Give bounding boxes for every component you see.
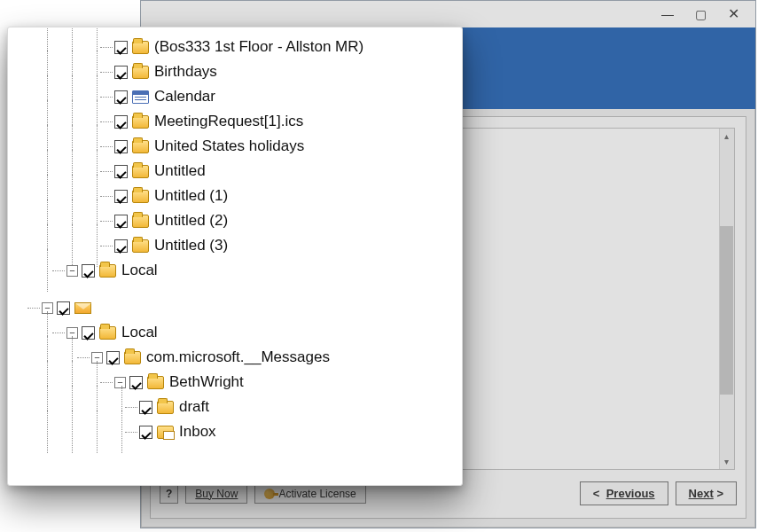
prev-symbol: < bbox=[593, 487, 600, 500]
tree-checkbox[interactable] bbox=[114, 239, 128, 253]
folder-icon bbox=[157, 401, 174, 414]
tree-item-label: Inbox bbox=[179, 423, 216, 441]
tree-row[interactable]: − bbox=[8, 295, 462, 320]
preview-pane: ▴ ▾ bbox=[462, 128, 735, 470]
tree-item-label: Untitled (3) bbox=[154, 237, 228, 254]
tree-item-label: BethWright bbox=[169, 373, 244, 391]
next-symbol: > bbox=[716, 487, 723, 500]
inbox-icon bbox=[157, 426, 174, 439]
preview-scrollbar[interactable]: ▴ ▾ bbox=[719, 129, 734, 469]
tree-row[interactable]: −com.microsoft.__Messages bbox=[8, 345, 462, 370]
tree-row[interactable]: Untitled (2) bbox=[8, 208, 462, 233]
tree-row[interactable]: Untitled (3) bbox=[8, 233, 462, 258]
tree-checkbox[interactable] bbox=[129, 376, 143, 389]
calendar-icon bbox=[132, 90, 149, 104]
tree-row[interactable]: draft bbox=[8, 395, 462, 419]
tree-checkbox[interactable] bbox=[114, 190, 128, 203]
tree-row[interactable]: −Local bbox=[8, 320, 462, 345]
tree-checkbox[interactable] bbox=[57, 301, 70, 315]
tree-row[interactable]: Birthdays bbox=[8, 59, 462, 84]
minimize-icon[interactable]: — bbox=[661, 8, 674, 20]
scroll-thumb[interactable] bbox=[720, 226, 733, 395]
tree-item-label: Untitled bbox=[154, 162, 206, 180]
tree-item-label: MeetingRequest[1].ics bbox=[154, 113, 303, 130]
next-label: Next bbox=[689, 487, 714, 500]
tree-checkbox[interactable] bbox=[139, 401, 152, 414]
tree-item-label: Local bbox=[121, 262, 158, 279]
folder-icon bbox=[132, 41, 149, 54]
tree-row[interactable]: −BethWright bbox=[8, 370, 462, 395]
buy-now-button[interactable]: Buy Now bbox=[185, 484, 247, 504]
tree-checkbox[interactable] bbox=[106, 351, 120, 364]
tree-row[interactable]: Untitled (1) bbox=[8, 184, 462, 208]
tree-checkbox[interactable] bbox=[82, 264, 95, 278]
folder-icon bbox=[132, 140, 149, 153]
tree-item-label: United States holidays bbox=[154, 137, 304, 155]
tree-row[interactable]: Inbox bbox=[8, 419, 462, 444]
help-label: ? bbox=[166, 488, 172, 500]
tree-checkbox[interactable] bbox=[114, 165, 128, 178]
tree-item-label: com.microsoft.__Messages bbox=[146, 348, 330, 366]
activate-license-label: Activate License bbox=[278, 488, 356, 500]
tree-checkbox[interactable] bbox=[114, 66, 128, 79]
mail-account-icon bbox=[74, 302, 91, 314]
help-button[interactable]: ? bbox=[160, 484, 178, 504]
folder-icon bbox=[132, 115, 149, 129]
folder-icon bbox=[132, 215, 149, 228]
folder-icon bbox=[99, 264, 116, 278]
tree-row[interactable]: United States holidays bbox=[8, 134, 462, 159]
folder-icon bbox=[147, 376, 164, 389]
tree-checkbox[interactable] bbox=[114, 140, 128, 153]
tree-checkbox[interactable] bbox=[114, 215, 128, 228]
maximize-icon[interactable]: ▢ bbox=[695, 8, 707, 20]
tree-row[interactable]: (Bos333 1st Floor - Allston MR) bbox=[8, 35, 462, 59]
close-icon[interactable]: ✕ bbox=[728, 7, 739, 21]
previous-label: Previous bbox=[606, 487, 655, 500]
tree-item-label: Birthdays bbox=[154, 63, 217, 81]
tree-item-label: draft bbox=[179, 398, 209, 416]
folder-icon bbox=[124, 351, 141, 364]
tree-item-label: (Bos333 1st Floor - Allston MR) bbox=[154, 38, 363, 56]
scroll-down-icon[interactable]: ▾ bbox=[720, 455, 733, 468]
tree-row[interactable]: MeetingRequest[1].ics bbox=[8, 109, 462, 134]
collapse-icon[interactable]: − bbox=[66, 265, 78, 277]
folder-icon bbox=[99, 326, 116, 340]
folder-icon bbox=[132, 239, 149, 253]
buy-now-label: Buy Now bbox=[195, 488, 238, 500]
tree-item-label: Calendar bbox=[154, 88, 215, 106]
previous-button[interactable]: < Previous bbox=[580, 481, 668, 505]
tree-row[interactable]: −Local bbox=[8, 258, 462, 283]
tree-row[interactable] bbox=[8, 283, 462, 295]
scroll-up-icon[interactable]: ▴ bbox=[720, 129, 733, 143]
key-icon bbox=[264, 489, 275, 499]
tree-item-label: Untitled (2) bbox=[154, 212, 228, 230]
folder-icon bbox=[132, 190, 149, 203]
tree-checkbox[interactable] bbox=[82, 326, 95, 340]
tree-item-label: Untitled (1) bbox=[154, 187, 228, 205]
tree-checkbox[interactable] bbox=[114, 90, 128, 104]
folder-tree[interactable]: (Bos333 1st Floor - Allston MR)Birthdays… bbox=[8, 35, 462, 444]
tree-row[interactable]: Untitled bbox=[8, 159, 462, 184]
tree-item-label: Local bbox=[121, 324, 158, 341]
collapse-icon[interactable]: − bbox=[114, 377, 126, 388]
folder-icon bbox=[132, 165, 149, 178]
tree-checkbox[interactable] bbox=[139, 426, 152, 439]
titlebar: — ▢ ✕ bbox=[141, 1, 755, 27]
activate-license-button[interactable]: Activate License bbox=[254, 484, 365, 504]
folder-tree-panel: (Bos333 1st Floor - Allston MR)Birthdays… bbox=[7, 27, 463, 486]
folder-icon bbox=[132, 66, 149, 79]
next-button[interactable]: Next > bbox=[676, 481, 737, 505]
tree-checkbox[interactable] bbox=[114, 41, 128, 54]
tree-row[interactable]: Calendar bbox=[8, 84, 462, 109]
tree-checkbox[interactable] bbox=[114, 115, 128, 129]
